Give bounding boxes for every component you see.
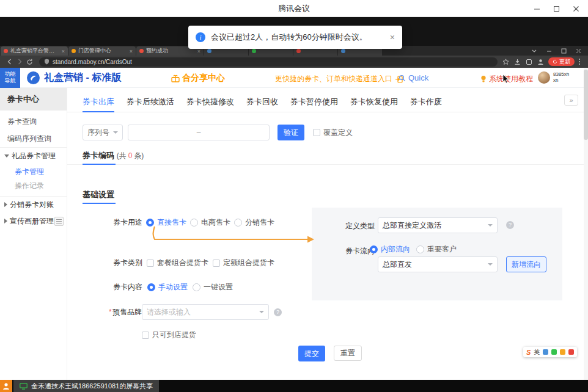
- radio-icon: [234, 219, 242, 227]
- browser-tab-1[interactable]: 礼盒营销平台管理中心: [1, 46, 68, 56]
- address-field[interactable]: standard.maboy.cn/CardsOut: [39, 57, 498, 67]
- serial-form-row: 序列号 – 验证 覆盖定义: [83, 125, 353, 140]
- sidebar-item-card-query[interactable]: 券卡查询: [0, 114, 67, 129]
- help-icon[interactable]: [274, 308, 282, 316]
- browser-menu-icon[interactable]: [579, 61, 580, 62]
- page-scrollbar[interactable]: [584, 68, 588, 380]
- checkbox-icon: [213, 260, 220, 267]
- scrollbar-thumb[interactable]: [584, 70, 588, 140]
- radio-internal-flow[interactable]: 内部流向: [370, 244, 410, 255]
- close-icon: [576, 48, 581, 54]
- tab-search-button[interactable]: [527, 46, 542, 56]
- help-icon[interactable]: [506, 221, 514, 229]
- browser-close-button[interactable]: [571, 46, 586, 56]
- forward-button[interactable]: [15, 57, 24, 67]
- tab-card-recycle[interactable]: 券卡回收: [246, 93, 278, 112]
- maximize-button[interactable]: [546, 0, 566, 17]
- download-icon[interactable]: [514, 59, 521, 65]
- sidebar-group-gift-card[interactable]: 礼品券卡管理: [0, 148, 67, 164]
- tab-card-outbound[interactable]: 券卡出库: [83, 93, 114, 112]
- radio-important-customer[interactable]: 重要客户: [416, 244, 457, 255]
- radio-icon: [416, 245, 424, 253]
- ime-logo-icon[interactable]: S: [526, 349, 531, 356]
- back-button[interactable]: [5, 57, 15, 67]
- bookmark-star-icon[interactable]: [502, 59, 509, 65]
- checkbox-fixed-combo[interactable]: 定额组合提货卡: [213, 258, 274, 268]
- radio-icon: [146, 219, 154, 227]
- add-flow-button[interactable]: 新增流向: [506, 256, 546, 272]
- tabstrip-controls: [527, 46, 588, 56]
- radio-manual-setup[interactable]: 手动设置: [147, 282, 188, 292]
- define-type-select[interactable]: 总部直接定义激活: [378, 217, 498, 233]
- radio-icon: [193, 283, 200, 291]
- user-name: 8385xh xh: [553, 71, 569, 84]
- ime-tool-icon[interactable]: [543, 349, 548, 355]
- tab-favicon: [341, 49, 345, 53]
- caret-down-icon: [113, 131, 118, 134]
- checkbox-package-combo[interactable]: 套餐组合提货卡: [147, 258, 208, 268]
- quick-search[interactable]: Quick: [399, 73, 428, 82]
- card-category-row: 券卡类别 套餐组合提货卡 定额组合提货卡: [113, 258, 274, 268]
- meeting-toast: i 会议已超过2人，自动转为60分钟限时会议。 ×: [188, 26, 402, 49]
- tab-close-icon[interactable]: [130, 48, 133, 54]
- profile-icon[interactable]: [537, 59, 544, 65]
- radio-ecommerce-sale[interactable]: 电商售卡: [190, 217, 230, 228]
- ime-tool-icon[interactable]: [568, 349, 574, 355]
- presale-brand-row: * 预售品牌 请选择或输入: [109, 304, 282, 320]
- card-usage-row: 券卡用途 直接售卡 电商售卡 分销售卡: [113, 217, 274, 228]
- user-avatar[interactable]: [538, 71, 550, 84]
- promo-entry-link[interactable]: 更快捷的券卡、订单和快递通道入口: [275, 74, 403, 84]
- chrome-update-button[interactable]: 更新: [548, 57, 575, 66]
- sidebar-item-op-log[interactable]: 操作记录: [0, 178, 67, 194]
- main-content: 券卡出库 券卡后续激活 券卡快捷修改 券卡回收 券卡暂停使用 券卡恢复使用 券卡…: [67, 88, 588, 380]
- close-button[interactable]: [566, 0, 586, 17]
- toast-close-button[interactable]: ×: [390, 33, 395, 42]
- collapse-panel-icon[interactable]: [54, 217, 64, 226]
- caret-down-icon: [259, 311, 264, 313]
- tab-card-suspend[interactable]: 券卡暂停使用: [290, 93, 338, 112]
- tab-close-icon[interactable]: [62, 48, 65, 54]
- minimize-icon: [546, 48, 552, 54]
- store-pickup-checkbox[interactable]: [142, 332, 149, 339]
- brand-select[interactable]: 请选择或输入: [142, 304, 269, 320]
- radio-distribution-sale[interactable]: 分销售卡: [234, 217, 274, 228]
- submit-button[interactable]: 提交: [298, 346, 325, 361]
- browser-maximize-button[interactable]: [556, 46, 571, 56]
- ime-tool-icon[interactable]: [560, 349, 565, 355]
- tab-favicon: [252, 49, 256, 53]
- tutorial-link[interactable]: 系统使用教程: [480, 74, 533, 84]
- flow-select[interactable]: 总部直发: [378, 256, 498, 272]
- window-controls: [527, 0, 586, 17]
- app-header: 功能 导航 礼盒营销 - 标准版 合分享中心 更快捷的券卡、订单和快递通道入口: [0, 68, 588, 88]
- share-center-link[interactable]: 合分享中心: [171, 73, 225, 84]
- ime-mode-toggle[interactable]: 英: [534, 348, 540, 357]
- caret-down-icon: [488, 263, 493, 266]
- caret-down-icon: [488, 224, 493, 227]
- ime-tool-icon[interactable]: [551, 349, 557, 355]
- tab-card-resume[interactable]: 券卡恢复使用: [350, 93, 398, 112]
- tab-card-quick-edit[interactable]: 券卡快捷修改: [186, 93, 234, 112]
- tab-card-activate[interactable]: 券卡后续激活: [127, 93, 174, 112]
- override-checkbox-row[interactable]: 覆盖定义: [313, 128, 353, 138]
- tabs-more-button[interactable]: »: [564, 95, 578, 106]
- radio-direct-sale[interactable]: 直接售卡: [146, 217, 186, 228]
- serial-select[interactable]: 序列号: [83, 125, 123, 140]
- tab-close-icon[interactable]: [197, 48, 200, 54]
- function-nav-button[interactable]: 功能 导航: [0, 68, 20, 88]
- verify-button[interactable]: 验证: [277, 125, 304, 140]
- minimize-button[interactable]: [527, 0, 546, 17]
- browser-tab-2[interactable]: 门店管理中心: [68, 46, 136, 56]
- browser-minimize-button[interactable]: [542, 46, 556, 56]
- reset-button[interactable]: 重置: [334, 346, 362, 361]
- store-pickup-row[interactable]: 只可到店提货: [142, 330, 196, 340]
- sidebar-item-code-query[interactable]: 编码序列查询: [0, 131, 67, 147]
- refresh-button[interactable]: [24, 57, 34, 67]
- extensions-icon[interactable]: [526, 59, 532, 65]
- sidebar-group-distribution[interactable]: 分销券卡对账: [0, 197, 67, 212]
- radio-one-click-setup[interactable]: 一键设置: [193, 282, 233, 292]
- override-checkbox[interactable]: [313, 129, 320, 136]
- tab-card-void[interactable]: 券卡作废: [410, 93, 442, 112]
- meeting-title: 腾讯会议: [0, 0, 588, 17]
- serial-range-input[interactable]: –: [128, 125, 270, 140]
- caret-down-icon: [4, 154, 9, 158]
